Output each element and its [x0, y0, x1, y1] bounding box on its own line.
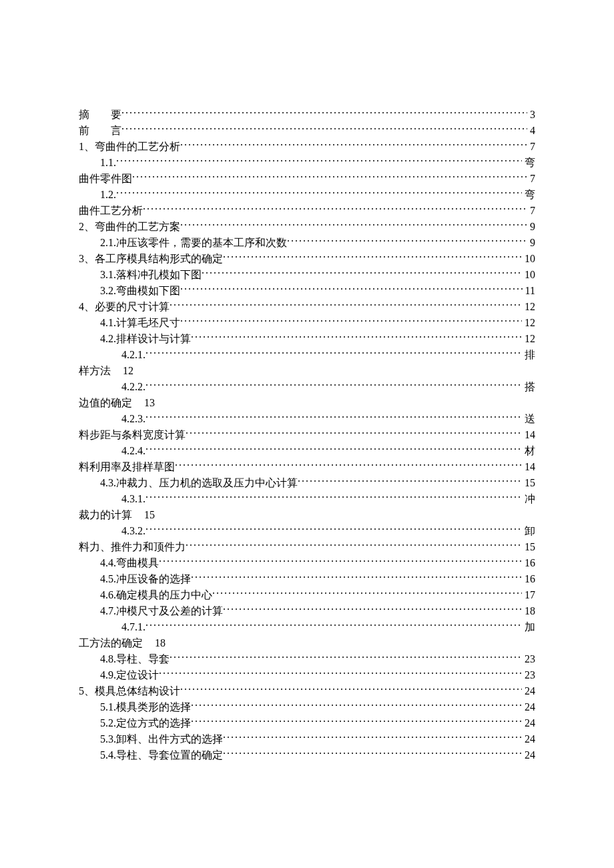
toc-label: 4.5.冲压设备的选择 [100, 571, 191, 587]
toc-label: 4.2.2. [121, 379, 145, 395]
table-of-contents: 摘 要3前 言41、弯曲件的工艺分析71.1.弯曲件零件图71.2.弯曲件工艺分… [79, 107, 535, 763]
toc-leader-dots [191, 716, 522, 727]
toc-entry: 4.2.排样设计与计算12 [79, 331, 535, 347]
toc-label: 4.3.冲裁力、压力机的选取及压力中心计算 [100, 475, 298, 491]
toc-leader-dots [298, 476, 522, 486]
toc-entry: 4.2.3.送 [79, 411, 535, 427]
toc-page-number: 12 [522, 331, 535, 347]
toc-label: 4、必要的尺寸计算 [79, 299, 170, 315]
toc-entry: 4.7.1.加 [79, 619, 535, 635]
toc-label: 4.2.4. [121, 443, 145, 459]
toc-page-number: 18 [522, 603, 535, 619]
toc-entry-continuation: 料利用率及排样草图14 [79, 459, 535, 475]
toc-page-number: 18 [155, 635, 166, 651]
toc-page-number: 弯 [522, 187, 535, 203]
toc-leader-dots [132, 171, 527, 182]
toc-leader-dots [186, 540, 522, 550]
toc-label: 5.4.导柱、导套位置的确定 [100, 747, 223, 763]
toc-leader-dots [180, 220, 527, 230]
toc-leader-dots [180, 316, 522, 326]
toc-leader-dots [145, 348, 522, 358]
toc-entry-continuation: 样方法12 [79, 363, 535, 379]
toc-label: 5.3.卸料、出件方式的选择 [100, 731, 223, 747]
toc-label: 4.4.弯曲模具 [100, 555, 159, 571]
toc-entry: 前 言4 [79, 123, 535, 139]
toc-page-number: 弯 [522, 155, 535, 171]
toc-page-number: 15 [522, 475, 535, 491]
toc-entry: 2、弯曲件的工艺方案9 [79, 219, 535, 235]
toc-entry: 3、各工序模具结构形式的确定10 [79, 251, 535, 267]
toc-entry: 4.2.4.材 [79, 443, 535, 459]
toc-entry: 4.1.计算毛坯尺寸12 [79, 315, 535, 331]
toc-leader-dots [145, 412, 522, 422]
toc-page-number: 16 [522, 555, 535, 571]
toc-leader-dots [223, 604, 522, 614]
toc-label: 5.1.模具类形的选择 [100, 699, 191, 715]
toc-entry: 4.4.弯曲模具16 [79, 555, 535, 571]
toc-label: 3、各工序模具结构形式的确定 [79, 251, 223, 267]
toc-page-number: 15 [144, 507, 155, 523]
toc-leader-dots [223, 748, 522, 759]
toc-page-number: 排 [522, 347, 535, 363]
toc-label: 4.2.排样设计与计算 [100, 331, 191, 347]
toc-leader-dots [212, 588, 522, 598]
toc-page-number: 12 [123, 363, 133, 379]
toc-leader-dots [191, 332, 522, 342]
toc-leader-dots [223, 252, 522, 262]
toc-label: 4.7.冲模尺寸及公差的计算 [100, 603, 223, 619]
toc-entry: 5.3.卸料、出件方式的选择24 [79, 731, 535, 747]
toc-entry: 5.4.导柱、导套位置的确定24 [79, 747, 535, 763]
toc-entry: 3.1.落料冲孔模如下图10 [79, 267, 535, 283]
toc-entry: 4.3.2.卸 [79, 523, 535, 539]
toc-leader-dots [143, 203, 527, 214]
toc-label: 4.2.1. [121, 347, 145, 363]
toc-label: 1.2. [100, 187, 116, 203]
toc-label: 裁力的计算 [79, 507, 132, 523]
toc-leader-dots [202, 268, 522, 278]
toc-entry: 5.2.定位方式的选择24 [79, 715, 535, 731]
toc-label: 曲件零件图 [79, 171, 132, 187]
toc-entry-continuation: 料力、推件力和顶件力15 [79, 539, 535, 555]
toc-label: 3.2.弯曲模如下图 [100, 283, 180, 299]
toc-entry: 1.1.弯 [79, 155, 535, 171]
toc-label: 料力、推件力和顶件力 [79, 539, 186, 555]
toc-page-number: 14 [522, 427, 535, 443]
toc-entry: 4.2.2.搭 [79, 379, 535, 395]
toc-label: 料利用率及排样草图 [79, 459, 175, 475]
toc-page-number: 送 [522, 411, 535, 427]
toc-page-number: 卸 [522, 523, 535, 539]
toc-entry-continuation: 料步距与条料宽度计算14 [79, 427, 535, 443]
toc-leader-dots [180, 684, 522, 695]
toc-page-number: 7 [527, 139, 535, 155]
toc-entry-continuation: 边值的确定13 [79, 395, 535, 411]
toc-entry: 4.9.定位设计23 [79, 667, 535, 683]
toc-label: 3.1.落料冲孔模如下图 [100, 267, 202, 283]
toc-page-number: 17 [522, 587, 535, 603]
toc-page-number: 16 [522, 571, 535, 587]
toc-page-number: 14 [522, 459, 535, 475]
toc-label: 4.6.确定模具的压力中心 [100, 587, 212, 603]
toc-page-number: 24 [522, 715, 535, 731]
toc-leader-dots [159, 668, 522, 679]
toc-label: 2、弯曲件的工艺方案 [79, 219, 180, 235]
toc-label: 4.3.1. [121, 491, 145, 507]
toc-leader-dots [145, 524, 522, 534]
toc-entry: 4.5.冲压设备的选择16 [79, 571, 535, 587]
toc-leader-dots [116, 187, 522, 198]
toc-page-number: 24 [522, 699, 535, 715]
toc-page-number: 15 [522, 539, 535, 555]
toc-label: 4.1.计算毛坯尺寸 [100, 315, 180, 331]
toc-leader-dots [159, 556, 522, 566]
toc-label: 曲件工艺分析 [79, 203, 143, 219]
toc-entry: 4.6.确定模具的压力中心17 [79, 587, 535, 603]
toc-label: 1、弯曲件的工艺分析 [79, 139, 180, 155]
toc-leader-dots [116, 155, 522, 166]
toc-page-number: 搭 [522, 379, 535, 395]
toc-entry: 5、模具总体结构设计24 [79, 683, 535, 699]
toc-label: 5、模具总体结构设计 [79, 683, 180, 699]
toc-label: 4.9.定位设计 [100, 667, 159, 683]
toc-leader-dots [180, 139, 527, 150]
toc-entry: 5.1.模具类形的选择24 [79, 699, 535, 715]
toc-entry: 1、弯曲件的工艺分析7 [79, 139, 535, 155]
toc-entry: 4.7.冲模尺寸及公差的计算18 [79, 603, 535, 619]
